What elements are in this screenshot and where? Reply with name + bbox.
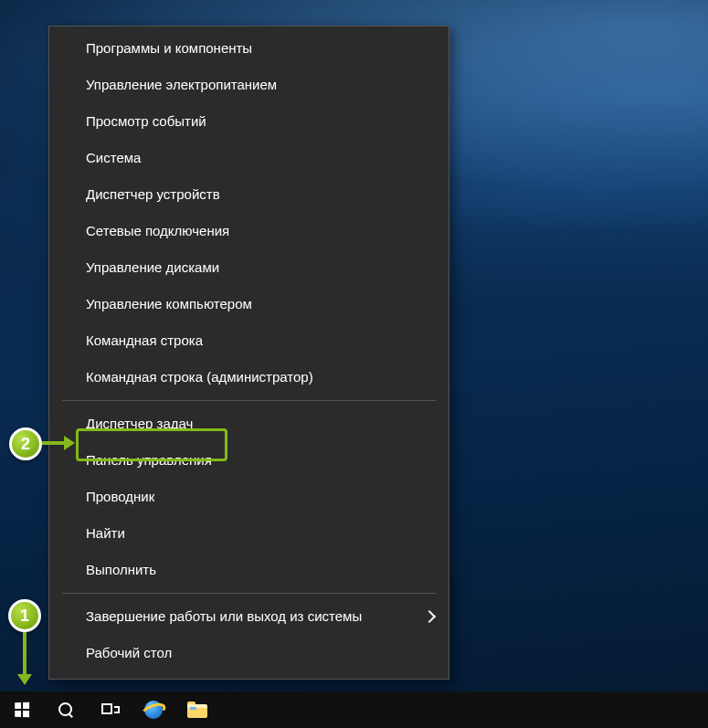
menu-item-label: Рабочий стол xyxy=(86,645,172,660)
menu-item-label: Программы и компоненты xyxy=(86,40,252,56)
menu-item-label: Управление компьютером xyxy=(86,296,252,311)
menu-item-task-manager[interactable]: Диспетчер задач xyxy=(49,406,449,442)
menu-item-command-prompt-admin[interactable]: Командная строка (администратор) xyxy=(49,359,449,396)
menu-separator xyxy=(62,593,436,594)
menu-item-event-viewer[interactable]: Просмотр событий xyxy=(49,103,449,140)
taskbar-app-file-explorer[interactable] xyxy=(175,691,219,728)
menu-item-shutdown-signout[interactable]: Завершение работы или выход из системы xyxy=(49,598,449,635)
taskbar-taskview-button[interactable] xyxy=(88,691,132,728)
menu-item-label: Диспетчер устройств xyxy=(86,186,220,202)
menu-item-label: Управление дисками xyxy=(86,259,219,275)
menu-item-computer-management[interactable]: Управление компьютером xyxy=(49,286,449,322)
internet-explorer-icon xyxy=(143,699,164,721)
menu-item-search[interactable]: Найти xyxy=(49,515,449,552)
menu-item-run[interactable]: Выполнить xyxy=(49,552,449,588)
windows-logo-icon xyxy=(15,702,29,717)
menu-item-device-manager[interactable]: Диспетчер устройств xyxy=(49,176,449,213)
menu-item-network-connections[interactable]: Сетевые подключения xyxy=(49,213,449,249)
file-explorer-icon xyxy=(187,702,207,718)
start-button[interactable] xyxy=(0,691,44,728)
menu-item-disk-management[interactable]: Управление дисками xyxy=(49,249,449,286)
menu-item-label: Диспетчер задач xyxy=(86,416,193,431)
menu-item-label: Найти xyxy=(86,525,125,541)
taskbar-search-button[interactable] xyxy=(44,691,88,728)
menu-item-power-options[interactable]: Управление электропитанием xyxy=(49,67,449,103)
menu-item-label: Сетевые подключения xyxy=(86,223,229,238)
winx-context-menu: Программы и компоненты Управление электр… xyxy=(48,26,449,680)
menu-item-control-panel[interactable]: Панель управления xyxy=(49,442,449,479)
chevron-right-icon xyxy=(425,610,432,623)
menu-item-label: Проводник xyxy=(86,489,154,504)
menu-item-file-explorer[interactable]: Проводник xyxy=(49,479,449,515)
menu-item-system[interactable]: Система xyxy=(49,140,449,176)
menu-item-programs-and-features[interactable]: Программы и компоненты xyxy=(49,30,449,67)
menu-item-label: Выполнить xyxy=(86,562,156,577)
taskbar xyxy=(0,691,708,728)
search-icon xyxy=(58,702,74,718)
menu-separator xyxy=(62,400,436,401)
menu-item-label: Панель управления xyxy=(86,452,212,468)
menu-item-label: Просмотр событий xyxy=(86,113,206,129)
menu-item-label: Управление электропитанием xyxy=(86,77,277,92)
menu-item-desktop[interactable]: Рабочий стол xyxy=(49,635,449,671)
taskbar-app-internet-explorer[interactable] xyxy=(132,691,175,728)
menu-item-label: Завершение работы или выход из системы xyxy=(86,608,362,624)
menu-item-label: Командная строка (администратор) xyxy=(86,369,313,385)
menu-item-command-prompt[interactable]: Командная строка xyxy=(49,322,449,359)
task-view-icon xyxy=(101,703,118,716)
menu-item-label: Командная строка xyxy=(86,332,203,348)
menu-item-label: Система xyxy=(86,150,141,165)
